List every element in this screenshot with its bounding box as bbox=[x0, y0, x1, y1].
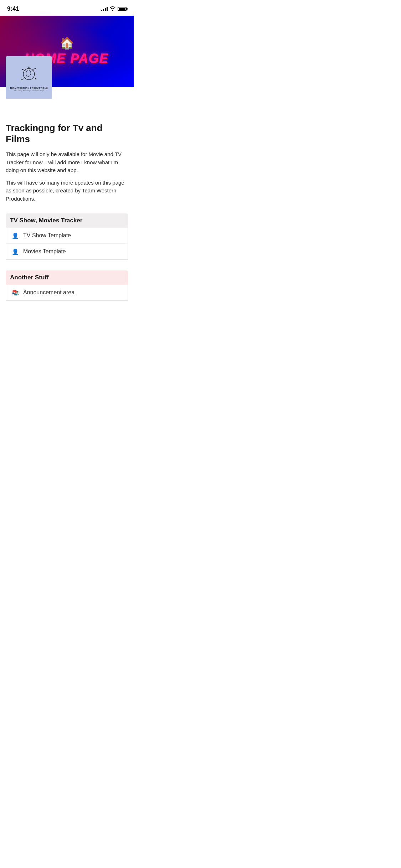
list-item-announcement-area[interactable]: 📚 Announcement area bbox=[6, 285, 128, 300]
announcement-area-icon: 📚 bbox=[12, 289, 19, 296]
tv-show-template-label: TV Show Template bbox=[23, 232, 71, 239]
status-bar: 9:41 bbox=[0, 0, 134, 16]
home-icon: 🏠 bbox=[60, 36, 74, 50]
section-tv-movies: TV Show, Movies Tracker 👤 TV Show Templa… bbox=[6, 213, 128, 260]
main-content: Trackingng for Tv and Films This page wi… bbox=[0, 115, 134, 306]
movies-template-label: Movies Template bbox=[23, 248, 66, 255]
page-heading: Trackingng for Tv and Films bbox=[6, 123, 128, 145]
status-icons bbox=[101, 6, 127, 12]
section-items-another-stuff: 📚 Announcement area bbox=[6, 285, 128, 301]
announcement-area-label: Announcement area bbox=[23, 289, 74, 296]
movies-template-icon: 👤 bbox=[12, 248, 19, 255]
wifi-icon bbox=[110, 6, 115, 12]
svg-point-5 bbox=[28, 66, 30, 68]
section-items-tv-movies: 👤 TV Show Template 👤 Movies Template bbox=[6, 228, 128, 260]
section-header-another-stuff: Another Stuff bbox=[6, 270, 128, 285]
battery-icon bbox=[118, 7, 127, 11]
svg-point-3 bbox=[35, 78, 37, 79]
page-description-1: This page will only be available for Mov… bbox=[6, 150, 128, 175]
section-another-stuff: Another Stuff 📚 Announcement area bbox=[6, 270, 128, 301]
svg-point-4 bbox=[21, 79, 23, 80]
svg-point-1 bbox=[22, 68, 24, 70]
section-title-another-stuff: Another Stuff bbox=[10, 274, 49, 281]
status-time: 9:41 bbox=[7, 5, 19, 12]
tv-show-template-icon: 👤 bbox=[12, 232, 19, 239]
list-item-movies-template[interactable]: 👤 Movies Template bbox=[6, 244, 128, 259]
list-item-tv-show-template[interactable]: 👤 TV Show Template bbox=[6, 228, 128, 244]
page-description-2: This will have so many more updates on t… bbox=[6, 179, 128, 203]
section-title-tv-movies: TV Show, Movies Tracker bbox=[10, 217, 82, 224]
signal-icon bbox=[101, 7, 108, 11]
logo-tagline: Video editing, Web Designs and Graphic d… bbox=[14, 90, 44, 92]
logo-brand-name: TEAM WESTERN PRODUCTIONS bbox=[10, 87, 48, 89]
section-header-tv-movies: TV Show, Movies Tracker bbox=[6, 213, 128, 228]
svg-point-2 bbox=[35, 68, 36, 69]
logo-svg bbox=[16, 64, 41, 86]
logo-container: TEAM WESTERN PRODUCTIONS Video editing, … bbox=[6, 56, 52, 99]
